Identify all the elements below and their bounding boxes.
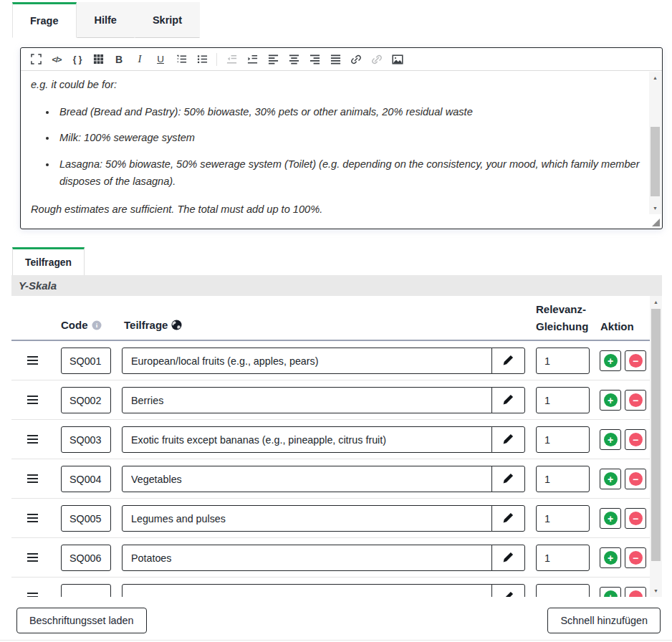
code-input[interactable] [61,584,111,597]
scroll-thumb[interactable] [651,309,661,561]
relevance-equation-input[interactable] [536,505,590,532]
add-subquestion-button[interactable]: + [600,429,621,450]
drag-handle-icon[interactable] [27,360,38,361]
relevance-equation-input[interactable] [536,466,590,492]
relevance-column-header-line2: Gleichung [536,320,588,332]
plus-icon: + [604,354,618,368]
add-subquestion-button[interactable]: + [600,508,621,529]
remove-subquestion-button[interactable]: − [625,429,646,450]
grid-table-icon[interactable] [92,53,105,66]
remove-subquestion-button[interactable]: − [625,469,646,489]
plus-icon: + [604,472,618,486]
edit-subquestion-button[interactable] [491,584,525,597]
minus-icon: − [629,590,643,597]
outdent-icon[interactable] [225,53,238,66]
remove-subquestion-button[interactable]: − [625,350,646,371]
subquestion-text-input[interactable] [122,505,492,532]
drag-handle-icon[interactable] [27,399,38,401]
edit-subquestion-button[interactable] [491,426,525,453]
underline-icon[interactable] [154,53,167,66]
justify-icon[interactable] [329,53,342,66]
relevance-equation-input[interactable] [536,348,590,374]
toolbar-divider [216,53,217,66]
source-code-icon[interactable] [50,53,63,66]
tab-teilfragen[interactable]: Teilfragen [12,247,85,275]
load-label-set-button[interactable]: Beschriftungsset laden [16,608,147,633]
subquestion-input-group [122,426,525,453]
relevance-equation-input[interactable] [536,584,590,597]
link-icon[interactable] [350,53,363,66]
editor-paragraph-outro: Rough estimates are sufficient. The tota… [31,201,645,219]
align-right-icon[interactable] [308,53,321,66]
question-tab-bar: Frage Hilfe Skript [12,2,200,38]
subquestion-text-input[interactable] [122,348,492,374]
ordered-list-icon[interactable] [175,53,188,66]
edit-subquestion-button[interactable] [491,466,525,492]
code-input[interactable] [61,387,111,413]
editor-scrollbar[interactable]: ▲ ▼ [649,72,661,214]
edit-subquestion-button[interactable] [491,348,525,374]
italic-icon[interactable] [133,53,146,66]
tab-hilfe[interactable]: Hilfe [77,2,135,38]
align-left-icon[interactable] [267,53,279,66]
scroll-thumb[interactable] [651,127,660,196]
remove-subquestion-button[interactable]: − [625,587,646,597]
bold-icon[interactable] [112,53,125,66]
align-center-icon[interactable] [287,53,300,66]
pencil-icon [502,551,514,565]
subquestion-text-input[interactable] [122,584,492,597]
drag-handle-icon[interactable] [27,596,38,597]
subquestion-text-input[interactable] [122,426,492,453]
subquestion-text-input[interactable] [122,466,492,492]
drag-handle-icon[interactable] [27,517,38,519]
edit-subquestion-button[interactable] [491,545,525,571]
relevance-equation-input[interactable] [536,545,590,571]
plus-icon: + [604,590,618,597]
relevance-equation-input[interactable] [536,426,590,453]
subquestion-input-group [122,545,525,571]
edit-subquestion-button[interactable] [491,505,525,532]
image-icon[interactable] [391,53,404,66]
add-subquestion-button[interactable]: + [600,587,621,597]
pencil-icon [502,590,514,598]
action-column-header: Aktion [600,320,634,332]
editor-resize-handle[interactable] [652,219,660,226]
code-input[interactable] [61,505,111,532]
code-input[interactable] [61,426,111,453]
code-input[interactable] [61,545,111,571]
question-text-content[interactable]: e.g. it could be for: Bread (Bread and P… [21,72,648,227]
scroll-up-button[interactable]: ▲ [649,72,661,84]
add-subquestion-button[interactable]: + [600,390,621,411]
minus-icon: − [629,472,643,486]
edit-subquestion-button[interactable] [491,387,525,413]
scroll-down-button[interactable]: ▼ [650,585,662,597]
scroll-up-button[interactable]: ▲ [650,296,662,308]
tab-frage[interactable]: Frage [12,2,77,38]
subquestion-text-input[interactable] [122,387,492,413]
add-subquestion-button[interactable]: + [600,350,621,371]
remove-subquestion-button[interactable]: − [625,390,646,411]
relevance-equation-input[interactable] [536,387,590,413]
curly-braces-icon[interactable] [71,53,84,66]
subquestion-text-input[interactable] [122,545,492,571]
quick-add-button[interactable]: Schnell hinzufügen [547,608,661,633]
subquestion-row: + − [11,420,650,459]
remove-subquestion-button[interactable]: − [625,508,646,529]
drag-handle-icon[interactable] [27,439,38,440]
drag-handle-icon[interactable] [27,557,38,558]
indent-icon[interactable] [246,53,259,66]
maximize-icon[interactable] [29,53,42,66]
code-input[interactable] [61,348,111,374]
unordered-list-icon[interactable] [196,53,208,66]
tab-skript[interactable]: Skript [135,2,200,38]
remove-subquestion-button[interactable]: − [625,547,646,568]
unlink-icon[interactable] [370,53,383,66]
table-scrollbar[interactable]: ▲ ▼ [650,296,662,597]
subquestion-input-group [122,348,525,374]
code-input[interactable] [61,466,111,492]
drag-handle-icon[interactable] [27,478,38,479]
add-subquestion-button[interactable]: + [600,547,621,568]
scroll-down-button[interactable]: ▼ [649,202,661,214]
add-subquestion-button[interactable]: + [600,469,621,489]
pencil-icon [502,393,514,408]
